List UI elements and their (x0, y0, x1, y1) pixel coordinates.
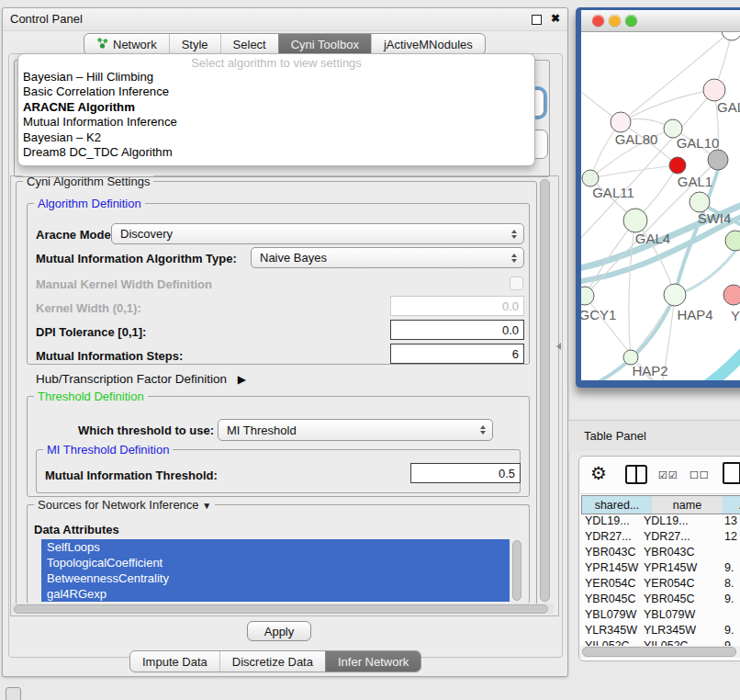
node-salmon[interactable] (723, 285, 740, 305)
minimized-panel-icon[interactable] (6, 687, 21, 700)
table-row[interactable]: YPR145WYPR145W9. (579, 561, 740, 577)
data-attributes-list[interactable]: SelfLoopsTopologicalCoefficientBetweenne… (41, 539, 510, 602)
cell: YDL19... (585, 514, 630, 527)
attribute-item-topologicalcoefficient[interactable]: TopologicalCoefficient (41, 555, 510, 570)
tab-jactivemnodules[interactable]: jActiveMNodules (371, 34, 485, 54)
column-header-a[interactable]: A (723, 495, 740, 514)
manual-kernel-width-label: Manual Kernel Width Definition (36, 277, 212, 291)
mi-algorithm-type-value: Naive Bayes (260, 251, 327, 265)
combo-spinner-icon (480, 425, 486, 435)
minimize-traffic-light[interactable] (609, 15, 621, 27)
close-traffic-light[interactable] (592, 15, 604, 27)
cell: YBR045C (585, 593, 636, 605)
node-gal80-label: GAL80 (615, 131, 658, 147)
split-columns-icon[interactable] (625, 465, 647, 484)
node-top[interactable] (722, 32, 740, 40)
attribute-item-selfloops[interactable]: SelfLoops (41, 539, 510, 555)
table-panel-card: ⚙ ☑☑ ☐☐ shared...nameA YDL19...YDL19...1… (578, 456, 740, 661)
zoom-traffic-light[interactable] (625, 15, 637, 27)
mi-algorithm-type-label: Mutual Information Algorithm Type: (36, 252, 237, 265)
hub-transcription-factor-expander[interactable]: Hub/Transcription Factor Definition ▶ (36, 372, 246, 386)
float-window-icon[interactable] (532, 15, 542, 25)
close-icon[interactable]: ✖ (551, 12, 560, 25)
node-green-right[interactable] (725, 231, 740, 251)
network-edge[interactable] (581, 90, 714, 243)
network-edge[interactable] (621, 32, 732, 122)
dropdown-option-aracne-algorithm[interactable]: ARACNE Algorithm (18, 100, 534, 115)
mi-threshold-label: Mutual Information Threshold: (45, 469, 218, 482)
node-gray[interactable] (708, 150, 728, 170)
dropdown-option-bayesian-hill-climbing[interactable]: Bayesian – Hill Climbing (18, 70, 534, 85)
tab-impute-data[interactable]: Impute Data (130, 651, 219, 672)
node-gal1-label: GAL1 (678, 174, 712, 189)
attributes-vertical-scrollbar[interactable] (511, 539, 521, 602)
tab-network[interactable]: Network (84, 34, 169, 54)
cell: 12 (724, 530, 737, 543)
table-row[interactable]: YBL079WYBL079W (579, 608, 740, 624)
kernel-width-field[interactable] (390, 296, 524, 316)
tab-cyni-toolbox[interactable]: Cyni Toolbox (278, 34, 371, 54)
node-swi4[interactable] (690, 192, 710, 212)
mi-steps-field[interactable] (390, 344, 524, 364)
tab-label: Network (113, 38, 157, 51)
network-window-titlebar[interactable] (581, 10, 740, 32)
tab-select[interactable]: Select (220, 34, 278, 54)
column-header-name[interactable]: name (652, 495, 723, 514)
collapse-down-triangle-icon[interactable]: ▼ (202, 501, 211, 511)
dropdown-option-list: Bayesian – Hill ClimbingBasic Correlatio… (18, 70, 534, 160)
unchecked-boxes-icon[interactable]: ☐☐ (690, 469, 710, 481)
node-gal80[interactable] (611, 112, 631, 132)
cell: YER054C (644, 577, 695, 590)
table-panel-title: Table Panel (584, 429, 646, 443)
table-row[interactable]: YDL19...YDL19...13 (579, 514, 740, 530)
node-gal4[interactable] (623, 209, 647, 232)
table-row[interactable]: YER054CYER054C8. (579, 577, 740, 593)
table-row[interactable]: YLR345WYLR345W9. (579, 624, 740, 639)
dropdown-option-mutual-information-inference[interactable]: Mutual Information Inference (18, 115, 534, 130)
manual-kernel-width-checkbox[interactable] (510, 277, 523, 290)
attribute-item-gal4rgexp[interactable]: gal4RGexp (41, 586, 510, 602)
cell: YDR27... (644, 530, 690, 543)
tab-label: jActiveMNodules (384, 38, 473, 51)
expand-right-triangle-icon[interactable]: ▶ (238, 373, 246, 386)
node-gal1[interactable] (669, 157, 686, 174)
node-swi4-label: SWI4 (698, 210, 732, 226)
network-edge[interactable] (690, 337, 740, 380)
settings-vertical-scrollbar[interactable] (539, 177, 550, 613)
dropdown-option-dream8-dc-tdc-algorithm[interactable]: Dream8 DC_TDC Algorithm (18, 145, 534, 160)
dropdown-option-bayesian-k2[interactable]: Bayesian – K2 (18, 130, 534, 145)
aracne-mode-value: Discovery (120, 227, 173, 241)
table-row[interactable]: YBR043CYBR043C (579, 546, 740, 561)
mi-threshold-field[interactable] (410, 463, 521, 483)
dpi-tolerance-field[interactable] (390, 320, 524, 340)
gear-icon[interactable]: ⚙ (590, 462, 607, 484)
tab-label: Cyni Toolbox (291, 38, 359, 51)
dpi-tolerance-label: DPI Tolerance [0,1]: (36, 325, 146, 339)
which-threshold-combo[interactable]: MI Threshold (218, 419, 493, 441)
apply-button[interactable]: Apply (247, 621, 311, 641)
cell: YBL079W (585, 608, 636, 621)
dropdown-option-basic-correlation-inference[interactable]: Basic Correlation Inference (18, 85, 534, 99)
tab-style[interactable]: Style (169, 34, 220, 54)
table-horizontal-scrollbar[interactable] (579, 646, 740, 658)
attribute-item-betweennesscentrality[interactable]: BetweennessCentrality (41, 570, 510, 586)
tab-label: Select (233, 38, 266, 51)
table-row[interactable]: YBR045CYBR045C9. (579, 593, 740, 608)
node-gal8[interactable] (703, 79, 725, 101)
kernel-width-label: Kernel Width (0,1): (36, 301, 141, 315)
panel-divider-handle[interactable] (556, 343, 561, 350)
mi-algorithm-type-combo[interactable]: Naive Bayes (251, 247, 524, 268)
document-icon[interactable] (723, 462, 740, 484)
column-header-shared-[interactable]: shared... (581, 495, 653, 514)
top-tab-bar: NetworkStyleSelectCyni ToolboxjActiveMNo… (84, 33, 486, 55)
table-rows: YDL19...YDL19...13YDR27...YDR27...12YBR0… (579, 514, 740, 655)
tab-infer-network[interactable]: Infer Network (325, 651, 420, 672)
node-gcy1[interactable] (581, 287, 594, 305)
settings-horizontal-scrollbar[interactable] (12, 604, 554, 614)
tab-discretize-data[interactable]: Discretize Data (219, 651, 325, 672)
checked-boxes-icon[interactable]: ☑☑ (658, 469, 678, 481)
table-row[interactable]: YDR27...YDR27...12 (579, 530, 740, 546)
aracne-mode-combo[interactable]: Discovery (111, 223, 524, 244)
node-hap4[interactable] (664, 284, 686, 306)
network-canvas[interactable]: GAL8GAL80GAL10GAL1GAL11SWI4GAL4GCY1HAP4Y… (581, 32, 740, 380)
